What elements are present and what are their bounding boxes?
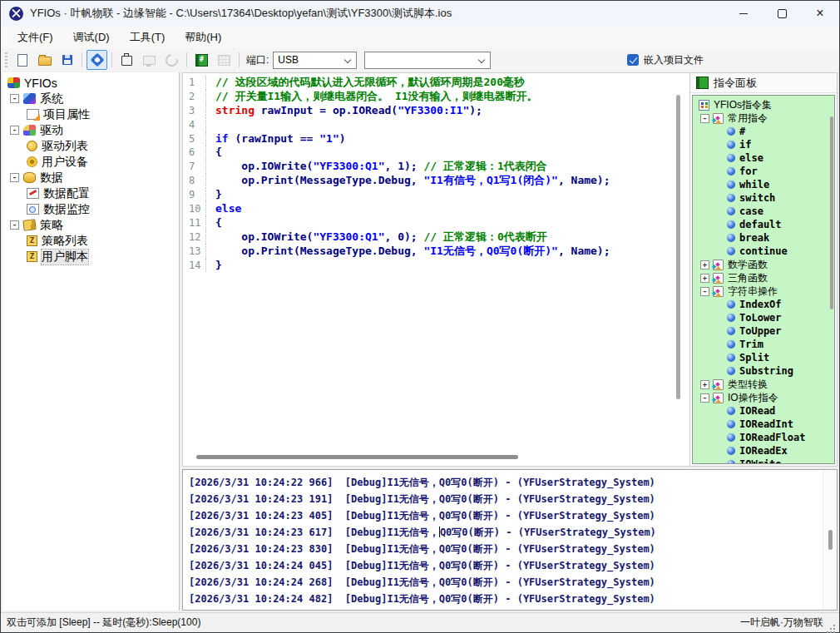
instruction-item-ioreadint[interactable]: IOReadInt [695, 418, 834, 431]
menu-debug[interactable]: 调试(D) [63, 27, 120, 48]
instruction-item-continue[interactable]: continue [695, 245, 834, 258]
instruction-item-yfios-instruction-set[interactable]: YFIOs指令集 [695, 98, 834, 111]
instruction-item-ioread[interactable]: IORead [695, 404, 834, 418]
code-editor[interactable]: 1// 这段区域的代码默认进入无限循环，默认循环周期是200毫秒2// 开关量I… [182, 72, 690, 467]
tree-expander-expand-icon[interactable]: + [700, 274, 709, 283]
hash-icon [727, 127, 735, 136]
embed-project-checkbox[interactable] [627, 54, 639, 66]
tree-item-strategy-list[interactable]: 策略列表 [2, 233, 179, 249]
instruction-item-switch[interactable]: switch [695, 191, 834, 205]
schedule-grid-button[interactable] [214, 50, 235, 70]
tree-item-yfios-root[interactable]: YFIOs [2, 75, 179, 91]
switch-icon [727, 194, 735, 202]
instruction-item-if[interactable]: if [695, 138, 834, 151]
instruction-item-math-functions[interactable]: +数学函数 [695, 258, 834, 271]
tree-item-label: 用户设备 [42, 155, 88, 170]
tree-expander-collapse-icon[interactable]: - [700, 393, 709, 403]
new-script-button[interactable] [12, 50, 32, 70]
tree-item-label: 驱动 [40, 123, 63, 138]
tree-expander-collapse-icon[interactable]: - [10, 94, 19, 103]
menu-help[interactable]: 帮助(H) [175, 27, 231, 48]
instruction-item-else[interactable]: else [695, 151, 834, 165]
maximize-button[interactable] [763, 1, 801, 26]
tree-item-label: 策略列表 [42, 234, 88, 249]
instruction-item-io-instructions[interactable]: -IO操作指令 [695, 391, 834, 404]
break-icon [727, 234, 735, 242]
instruction-item-common-instructions[interactable]: -常用指令 [695, 111, 834, 125]
instruction-scrollbar[interactable] [830, 116, 833, 309]
tree-item-data[interactable]: -数据 [2, 170, 179, 185]
toolbar-separator [186, 52, 187, 67]
deploy-device-button[interactable] [116, 50, 137, 70]
tree-expander-collapse-icon[interactable]: - [10, 126, 19, 135]
tree-expander-collapse-icon[interactable]: - [10, 173, 19, 182]
code-line: 10else [183, 202, 689, 216]
line-number: 5 [183, 132, 206, 146]
toolbar-separator [239, 52, 240, 67]
code-text [206, 118, 215, 132]
code-text: string rawInput = op.IORead("YF3300:I1")… [206, 104, 482, 118]
editor-horizontal-scrollbar[interactable] [196, 455, 518, 459]
instruction-item-substring[interactable]: Substring [695, 364, 834, 378]
instruction-item-trig-functions[interactable]: +三角函数 [695, 271, 834, 284]
port-select[interactable]: USB [273, 52, 357, 69]
instruction-item-tolower[interactable]: ToLower [695, 311, 834, 324]
tree-item-project-properties[interactable]: 项目属性 [2, 106, 179, 122]
tree-item-strategy[interactable]: -策略 [2, 217, 179, 233]
open-file-button[interactable] [34, 50, 55, 70]
instruction-item-label: else [739, 152, 763, 164]
instruction-item-default[interactable]: default [695, 218, 834, 231]
resize-grip[interactable] [828, 619, 836, 627]
menu-file[interactable]: 文件(F) [7, 27, 63, 48]
port-label: 端口: [246, 53, 269, 67]
debug-connect-button[interactable] [86, 50, 107, 70]
device-select[interactable] [364, 52, 491, 69]
instruction-item-case[interactable]: case [695, 205, 834, 218]
tree-expander-collapse-icon[interactable]: - [10, 220, 19, 230]
log-output[interactable]: [2026/3/31 10:24:22 966] [Debug]I1无信号，Q0… [182, 469, 838, 611]
log-scrollbar-track[interactable] [823, 470, 837, 610]
toolbar-grip[interactable] [5, 52, 7, 67]
tree-expander-expand-icon[interactable]: + [700, 260, 709, 270]
instruction-item-ioreadfloat[interactable]: IOReadFloat [695, 431, 834, 444]
tree-item-driver-list[interactable]: 驱动列表 [2, 138, 179, 154]
device-monitor-button[interactable] [139, 50, 160, 70]
instruction-item-hash[interactable]: # [695, 125, 834, 138]
close-button[interactable]: × [801, 1, 839, 26]
tree-expander-expand-icon[interactable]: + [700, 380, 709, 389]
log-scrollbar-thumb[interactable] [828, 530, 833, 550]
instruction-item-for[interactable]: for [695, 165, 834, 178]
instruction-item-label: Substring [739, 365, 793, 377]
instruction-item-while[interactable]: while [695, 178, 834, 191]
instruction-item-trim[interactable]: Trim [695, 338, 834, 351]
tree-item-driver[interactable]: -驱动 [2, 122, 179, 138]
tree-expander-collapse-icon[interactable]: - [700, 114, 709, 123]
save-file-button[interactable] [57, 50, 77, 70]
instruction-item-split[interactable]: Split [695, 351, 834, 364]
instruction-item-toupper[interactable]: ToUpper [695, 324, 834, 338]
chevron-down-icon [344, 56, 351, 62]
editor-vertical-scrollbar[interactable] [676, 95, 680, 399]
instruction-item-label: YFIOs指令集 [714, 98, 772, 112]
instruction-item-break[interactable]: break [695, 231, 834, 245]
minimize-button[interactable] [724, 1, 763, 26]
csharp-script-button[interactable] [191, 50, 212, 70]
instruction-item-iowrite[interactable]: IOWrite [695, 457, 834, 464]
tree-item-system[interactable]: -系统 [2, 91, 179, 106]
user-devices-icon [27, 156, 37, 167]
refresh-button[interactable] [161, 50, 182, 70]
instruction-item-string-operations[interactable]: -字符串操作 [695, 284, 834, 298]
instruction-item-ioreadex[interactable]: IOReadEx [695, 444, 834, 457]
indexof-icon [727, 300, 735, 309]
tree-item-user-devices[interactable]: 用户设备 [2, 154, 179, 170]
code-line: 14} [183, 259, 689, 273]
tree-item-user-script[interactable]: 用户脚本 [2, 249, 179, 265]
tree-expander-collapse-icon[interactable]: - [700, 287, 709, 296]
tree-item-data-config[interactable]: 数据配置 [2, 185, 179, 201]
instruction-item-label: # [739, 126, 745, 137]
instruction-item-indexof[interactable]: IndexOf [695, 298, 834, 311]
tree-item-data-monitor[interactable]: 数据监控 [2, 201, 179, 217]
instruction-item-type-conversion[interactable]: +类型转换 [695, 378, 834, 391]
yfios-instruction-set-icon [699, 100, 709, 111]
menu-tools[interactable]: 工具(T) [120, 27, 175, 48]
